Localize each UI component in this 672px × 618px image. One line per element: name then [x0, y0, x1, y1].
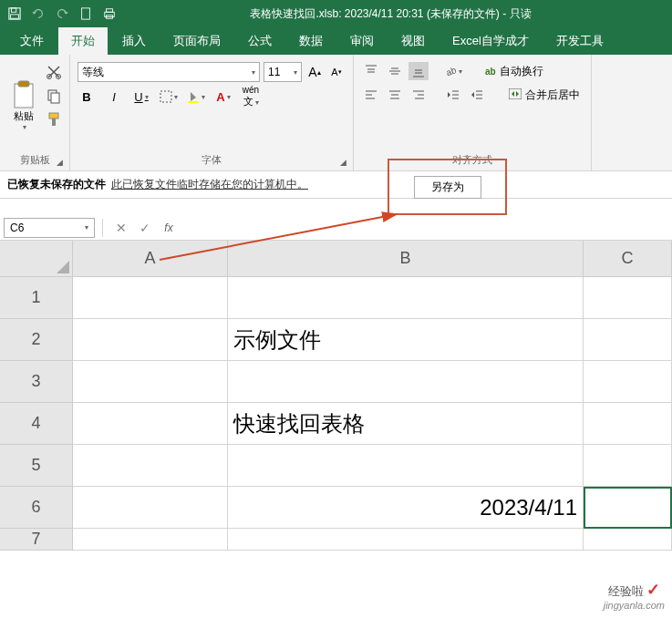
svg-rect-7	[15, 84, 33, 108]
increase-font-icon[interactable]: A▴	[305, 63, 324, 81]
svg-rect-13	[49, 113, 58, 118]
cell[interactable]	[73, 319, 228, 361]
tab-review[interactable]: 审阅	[337, 27, 387, 55]
group-align: ab▾ ab 自动换行 合并后居中 对齐方	[354, 55, 592, 170]
watermark-url: jingyanla.com	[604, 600, 665, 611]
column-header[interactable]: B	[228, 241, 584, 277]
fx-button[interactable]: fx	[158, 219, 180, 237]
tab-insert[interactable]: 插入	[109, 27, 159, 55]
tab-page-layout[interactable]: 页面布局	[160, 27, 233, 55]
group-clipboard: 粘贴 ▾ 剪贴板 ◢	[0, 55, 70, 170]
cell[interactable]: 2023/4/11	[228, 487, 584, 529]
cell[interactable]	[73, 361, 228, 403]
font-size-select[interactable]: 11 ▾	[264, 62, 302, 82]
cell[interactable]	[73, 403, 228, 445]
phonetic-button[interactable]: wén文▾	[242, 88, 260, 106]
print-icon[interactable]	[102, 6, 117, 21]
merge-icon	[509, 88, 522, 102]
cell[interactable]	[73, 277, 228, 319]
name-box[interactable]: C6 ▾	[4, 218, 95, 238]
row-header[interactable]: 6	[0, 487, 73, 529]
cell[interactable]	[73, 529, 228, 551]
align-right-icon[interactable]	[408, 86, 429, 104]
font-name-select[interactable]: 等线 ▾	[78, 62, 260, 82]
new-file-icon[interactable]	[78, 6, 93, 21]
row-header[interactable]: 4	[0, 403, 73, 445]
tab-home[interactable]: 开始	[58, 27, 108, 55]
row-header[interactable]: 3	[0, 361, 73, 403]
copy-icon[interactable]	[46, 88, 62, 108]
indent-decrease-icon[interactable]	[443, 86, 463, 104]
svg-text:ab: ab	[445, 65, 457, 77]
orientation-icon[interactable]: ab▾	[443, 62, 463, 80]
cell[interactable]	[584, 319, 672, 361]
paste-button[interactable]: 粘贴 ▾	[7, 58, 40, 153]
spreadsheet-grid: A B C 1 2示例文件 3 4快速找回表格 5 62023/4/11 7	[0, 241, 672, 551]
cell[interactable]	[584, 403, 672, 445]
confirm-formula-icon[interactable]: ✓	[134, 219, 156, 237]
align-bottom-icon[interactable]	[408, 62, 429, 80]
cell[interactable]	[73, 445, 228, 487]
cell[interactable]: 示例文件	[228, 319, 584, 361]
tab-data[interactable]: 数据	[286, 27, 336, 55]
save-icon[interactable]	[7, 6, 22, 21]
format-painter-icon[interactable]	[46, 111, 62, 131]
cell[interactable]	[584, 277, 672, 319]
cell[interactable]	[228, 361, 584, 403]
tab-view[interactable]: 视图	[388, 27, 438, 55]
save-as-button[interactable]: 另存为	[414, 176, 481, 199]
indent-increase-icon[interactable]	[467, 86, 487, 104]
column-header[interactable]: A	[73, 241, 228, 277]
row-header[interactable]: 1	[0, 277, 73, 319]
tab-custom[interactable]: Excel自学成才	[439, 27, 542, 55]
svg-rect-12	[51, 93, 59, 103]
recovery-message: 此已恢复文件临时存储在您的计算机中。	[111, 177, 308, 192]
formula-bar: C6 ▾ ✕ ✓ fx	[0, 215, 672, 241]
align-left-icon[interactable]	[361, 86, 381, 104]
cell[interactable]	[584, 361, 672, 403]
dialog-launcher-icon[interactable]: ◢	[340, 158, 351, 169]
bold-button[interactable]: B	[78, 88, 96, 106]
cell-selected[interactable]	[584, 487, 672, 529]
cell[interactable]	[584, 529, 672, 551]
align-middle-icon[interactable]	[385, 62, 405, 80]
italic-button[interactable]: I	[105, 88, 123, 106]
tab-file[interactable]: 文件	[7, 27, 57, 55]
underline-button[interactable]: U▾	[132, 88, 150, 106]
font-color-button[interactable]: A▾	[214, 88, 233, 106]
svg-rect-3	[82, 8, 90, 19]
group-font: 等线 ▾ 11 ▾ A▴ A▾ B I U▾ ▾ ▾ A▾ wén文▾ 字体	[70, 55, 354, 170]
recovery-title: 已恢复未保存的文件	[7, 177, 106, 192]
fill-color-button[interactable]: ▾	[187, 88, 205, 106]
wrap-text-button[interactable]: ab 自动换行	[481, 62, 547, 80]
align-top-icon[interactable]	[361, 62, 381, 80]
cell[interactable]	[228, 277, 584, 319]
check-icon: ✓	[646, 581, 660, 599]
align-center-icon[interactable]	[385, 86, 405, 104]
tab-formulas[interactable]: 公式	[235, 27, 284, 55]
row-header[interactable]: 7	[0, 529, 73, 551]
select-all-corner[interactable]	[0, 241, 73, 277]
column-header[interactable]: C	[584, 241, 672, 277]
chevron-down-icon: ▾	[23, 123, 26, 131]
tab-developer[interactable]: 开发工具	[543, 27, 616, 55]
cell[interactable]	[228, 445, 584, 487]
border-button[interactable]: ▾	[160, 88, 178, 106]
window-title: 表格快速找回.xlsb: 2023/4/11 20:31 (未保存的文件) - …	[117, 6, 665, 22]
decrease-font-icon[interactable]: A▾	[327, 63, 346, 81]
merge-center-button[interactable]: 合并后居中	[505, 86, 584, 104]
cell[interactable]	[228, 529, 584, 551]
title-bar: 表格快速找回.xlsb: 2023/4/11 20:31 (未保存的文件) - …	[0, 0, 672, 27]
row-header[interactable]: 2	[0, 319, 73, 361]
redo-icon[interactable]	[55, 6, 69, 21]
cell[interactable]	[73, 487, 228, 529]
cancel-formula-icon[interactable]: ✕	[110, 219, 132, 237]
cut-icon[interactable]	[46, 64, 62, 84]
svg-rect-15	[160, 91, 171, 102]
cell[interactable]	[584, 445, 672, 487]
undo-icon[interactable]	[31, 6, 46, 21]
paste-label: 粘贴	[14, 109, 34, 123]
dialog-launcher-icon[interactable]: ◢	[57, 158, 67, 169]
row-header[interactable]: 5	[0, 445, 73, 487]
cell[interactable]: 快速找回表格	[228, 403, 584, 445]
